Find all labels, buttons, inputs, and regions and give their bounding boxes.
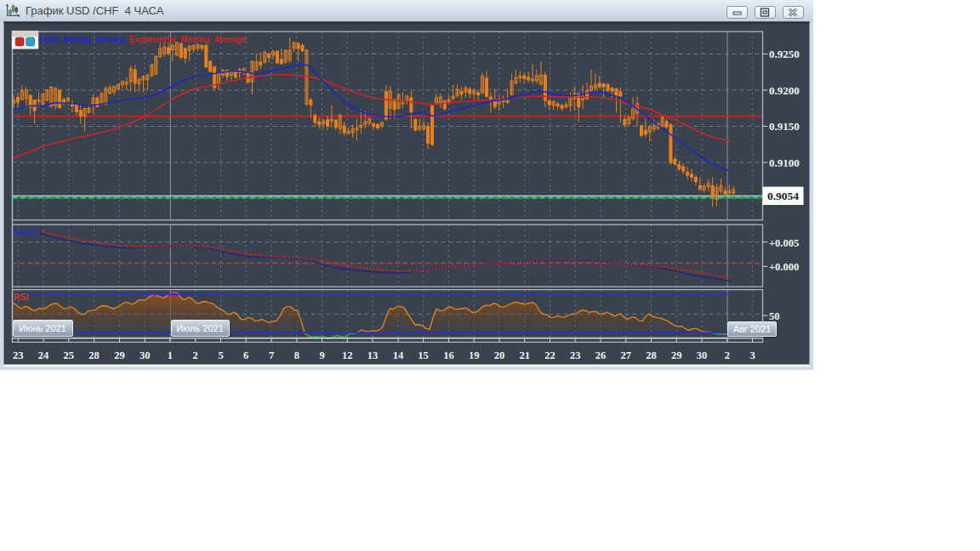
svg-text:29: 29 — [114, 349, 125, 361]
svg-text:12: 12 — [342, 349, 353, 361]
svg-text:5: 5 — [218, 349, 223, 361]
svg-text:1: 1 — [168, 349, 173, 361]
svg-text:28: 28 — [88, 349, 100, 361]
svg-text:0.9150: 0.9150 — [769, 120, 800, 133]
svg-text:30: 30 — [140, 349, 151, 361]
svg-text:3: 3 — [749, 349, 755, 361]
svg-text:23: 23 — [13, 349, 24, 361]
svg-text:16: 16 — [443, 349, 454, 361]
svg-text:0.9054: 0.9054 — [767, 190, 799, 202]
svg-text:15: 15 — [418, 349, 429, 361]
svg-text:ential_Moving_Average: ential_Moving_Average — [38, 34, 126, 44]
svg-text:19: 19 — [469, 349, 480, 361]
svg-text:24: 24 — [38, 349, 49, 361]
svg-text:0.9100: 0.9100 — [769, 156, 800, 169]
svg-text:23: 23 — [570, 349, 581, 361]
svg-text:Exponential_Moving_Average: Exponential_Moving_Average — [129, 34, 246, 44]
svg-text:2: 2 — [193, 349, 198, 361]
svg-text:0.9200: 0.9200 — [769, 84, 800, 97]
svg-text:26: 26 — [595, 349, 607, 361]
svg-text:MACD: MACD — [14, 227, 41, 237]
svg-text:30: 30 — [697, 349, 708, 361]
svg-text:9: 9 — [319, 349, 324, 361]
svg-text:7: 7 — [269, 349, 274, 361]
svg-text:RSI: RSI — [14, 292, 29, 302]
svg-text:14: 14 — [393, 349, 404, 361]
svg-text:+0.005: +0.005 — [769, 237, 799, 249]
svg-text:8: 8 — [294, 349, 299, 361]
svg-text:20: 20 — [494, 349, 505, 361]
svg-text:50: 50 — [769, 310, 780, 322]
svg-text:25: 25 — [64, 349, 75, 361]
svg-text:22: 22 — [544, 349, 556, 361]
svg-text:13: 13 — [368, 349, 379, 361]
svg-text:+0.000: +0.000 — [769, 261, 799, 273]
svg-text:2: 2 — [725, 349, 730, 361]
svg-text:28: 28 — [646, 349, 657, 361]
svg-text:0.9250: 0.9250 — [769, 48, 800, 60]
svg-text:27: 27 — [621, 349, 632, 361]
svg-text:6: 6 — [243, 349, 248, 361]
svg-text:29: 29 — [671, 349, 682, 361]
svg-text:21: 21 — [519, 349, 530, 361]
